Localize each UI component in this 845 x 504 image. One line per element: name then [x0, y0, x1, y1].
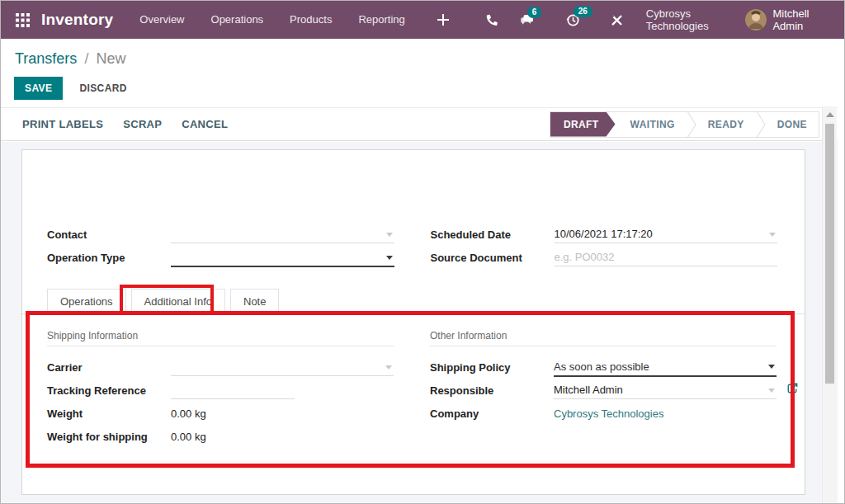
- content-area: Contact Operation Type: [1, 142, 838, 504]
- tracking-reference-input[interactable]: [171, 381, 295, 399]
- weight-value: 0.00 kg: [171, 407, 206, 420]
- messages-icon[interactable]: 6: [509, 14, 545, 26]
- weight-row: Weight 0.00 kg: [47, 402, 394, 425]
- activities-badge: 26: [574, 6, 592, 17]
- messages-badge: 6: [527, 7, 542, 18]
- stage-done[interactable]: DONE: [766, 112, 819, 137]
- user-menu[interactable]: Mitchell Admin: [745, 7, 833, 32]
- weight-label: Weight: [47, 407, 171, 420]
- stage-ready[interactable]: READY: [696, 112, 756, 137]
- company-label: Company: [430, 407, 554, 420]
- stage-chevron-icon: [756, 112, 766, 137]
- additional-info-panel: Shipping Information Carrier Tracking Re…: [47, 330, 777, 448]
- weight-for-shipping-label: Weight for shipping: [47, 431, 171, 443]
- shipping-policy-label: Shipping Policy: [430, 361, 554, 374]
- stage-chevron-icon: [687, 112, 696, 137]
- app-title[interactable]: Inventory: [41, 11, 113, 29]
- company-switcher[interactable]: Cybrosys Technologies: [646, 7, 746, 32]
- tracking-reference-label: Tracking Reference: [47, 384, 171, 397]
- control-panel: Transfers / New SAVE DISCARD: [1, 39, 844, 107]
- scrollbar-thumb[interactable]: [825, 124, 834, 384]
- menu-operations[interactable]: Operations: [198, 1, 277, 39]
- systray: 6 26: [427, 13, 635, 27]
- breadcrumb-separator: /: [81, 50, 92, 67]
- tab-note[interactable]: Note: [230, 289, 279, 313]
- cancel-button[interactable]: CANCEL: [182, 118, 228, 130]
- discard-button[interactable]: DISCARD: [79, 82, 126, 94]
- tracking-reference-row: Tracking Reference: [47, 379, 394, 402]
- source-document-label: Source Document: [431, 252, 555, 264]
- activities-icon[interactable]: 26: [555, 13, 591, 27]
- control-panel-buttons: SAVE DISCARD: [14, 77, 844, 100]
- chevron-down-icon[interactable]: [768, 389, 775, 393]
- company-value[interactable]: Cybrosys Technologies: [554, 407, 663, 420]
- form-sheet: Contact Operation Type: [21, 149, 805, 495]
- contact-input[interactable]: [171, 225, 394, 243]
- notebook-tabs: Operations Additional Info Note: [22, 289, 805, 314]
- tab-additional-info[interactable]: Additional Info: [131, 289, 225, 313]
- top-navbar: Inventory Overview Operations Products R…: [1, 1, 844, 39]
- form-toolbar: PRINT LABELS SCRAP CANCEL DRAFT WAITING …: [1, 107, 838, 141]
- source-document-input[interactable]: [555, 248, 778, 266]
- carrier-input[interactable]: [171, 358, 394, 376]
- weight-for-shipping-value: 0.00 kg: [171, 431, 206, 443]
- stage-waiting[interactable]: WAITING: [616, 112, 687, 137]
- weight-for-shipping-row: Weight for shipping 0.00 kg: [47, 425, 394, 448]
- tab-operations[interactable]: Operations: [47, 289, 126, 313]
- scrap-button[interactable]: SCRAP: [123, 118, 162, 130]
- external-link-icon[interactable]: [786, 382, 799, 394]
- quick-create-icon[interactable]: [427, 14, 460, 26]
- other-information-group: Other Information Shipping Policy As soo…: [430, 330, 777, 448]
- user-avatar[interactable]: [745, 9, 767, 31]
- save-button[interactable]: SAVE: [14, 77, 63, 100]
- chevron-down-icon: [768, 365, 775, 369]
- vertical-scrollbar[interactable]: [822, 106, 837, 504]
- stage-draft[interactable]: DRAFT: [550, 112, 616, 137]
- operation-type-input[interactable]: [171, 248, 394, 267]
- menu-overview[interactable]: Overview: [126, 1, 197, 39]
- company-row: Company Cybrosys Technologies: [430, 402, 777, 425]
- tools-icon[interactable]: [599, 13, 635, 27]
- contact-label: Contact: [47, 228, 171, 241]
- scheduled-date-row: Scheduled Date: [431, 223, 778, 246]
- apps-grid-icon[interactable]: [16, 13, 30, 27]
- scheduled-date-label: Scheduled Date: [431, 228, 555, 241]
- responsible-input[interactable]: [554, 381, 777, 399]
- odoo-inventory-window: Inventory Overview Operations Products R…: [0, 0, 845, 504]
- status-pipeline: DRAFT WAITING READY DONE: [550, 111, 819, 138]
- carrier-row: Carrier: [47, 356, 394, 379]
- menu-products[interactable]: Products: [276, 1, 345, 39]
- shipping-information-title: Shipping Information: [47, 330, 394, 346]
- user-name: Mitchell Admin: [772, 7, 833, 32]
- shipping-information-group: Shipping Information Carrier Tracking Re…: [47, 330, 394, 448]
- chevron-down-icon[interactable]: [385, 365, 392, 370]
- source-document-row: Source Document: [431, 246, 778, 269]
- contact-row: Contact: [47, 223, 394, 246]
- operation-type-label: Operation Type: [47, 252, 171, 264]
- operation-type-row: Operation Type: [47, 246, 394, 269]
- shipping-policy-row: Shipping Policy As soon as possible: [430, 356, 777, 379]
- responsible-row: Responsible: [430, 379, 777, 402]
- header-form: Contact Operation Type: [47, 223, 777, 269]
- responsible-label: Responsible: [430, 384, 554, 397]
- chevron-down-icon[interactable]: [769, 233, 776, 237]
- breadcrumb-new: New: [96, 50, 125, 67]
- chevron-down-icon[interactable]: [386, 256, 393, 260]
- shipping-policy-select[interactable]: As soon as possible: [554, 358, 777, 377]
- breadcrumb-transfers[interactable]: Transfers: [15, 50, 77, 67]
- main-menu: Overview Operations Products Reporting: [126, 1, 418, 39]
- print-labels-button[interactable]: PRINT LABELS: [22, 118, 103, 130]
- scheduled-date-input[interactable]: [555, 225, 778, 243]
- phone-icon[interactable]: [474, 13, 509, 26]
- chevron-down-icon[interactable]: [386, 233, 393, 237]
- scrollbar-up-arrow-icon[interactable]: [826, 112, 834, 117]
- shipping-policy-value: As soon as possible: [554, 360, 649, 373]
- breadcrumb: Transfers / New: [1, 39, 844, 68]
- carrier-label: Carrier: [47, 361, 171, 374]
- menu-reporting[interactable]: Reporting: [345, 1, 418, 39]
- other-information-title: Other Information: [430, 330, 777, 346]
